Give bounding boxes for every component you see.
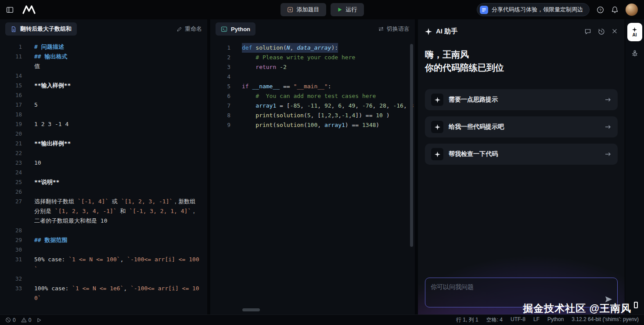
status-item[interactable]: 3.12.2 64-bit ('shims': pyenv) (572, 316, 639, 324)
problem-line[interactable]: 28 (0, 226, 207, 235)
problem-line[interactable]: 32 (0, 274, 207, 284)
problem-line[interactable]: 1# 问题描述 (0, 42, 207, 52)
sparkle-icon (431, 94, 443, 106)
sparkle-icon (431, 148, 443, 160)
problem-line[interactable]: 29## 数据范围 (0, 235, 207, 245)
ai-assistant-panel: AI 助手 嗨，王南风 你的代码陪练已到位 需要一 (418, 19, 625, 314)
problem-line[interactable]: 175 (0, 100, 207, 110)
problem-line[interactable]: 21**输出样例** (0, 139, 207, 148)
problem-line-text: 50% case: `1 <= N <= 100`, `-100<= arr[i… (34, 255, 207, 274)
history-icon[interactable] (598, 28, 605, 35)
problem-line[interactable]: 3150% case: `1 <= N <= 100`, `-100<= arr… (0, 255, 207, 274)
ai-panel-title: AI 助手 (436, 27, 457, 36)
editor-horizontal-scrollbar[interactable] (242, 308, 260, 311)
panel-toggle-icon[interactable] (6, 6, 14, 14)
ai-assistant-button[interactable]: AI (627, 23, 642, 41)
problems-errors[interactable]: 0 (5, 317, 16, 323)
line-number: 27 (0, 197, 22, 226)
status-item[interactable]: UTF-8 (511, 316, 525, 324)
sparkle-icon (431, 121, 443, 133)
status-item[interactable]: 空格: 4 (486, 316, 503, 324)
warning-count: 0 (29, 317, 32, 323)
problem-line[interactable]: 15**输入样例** (0, 81, 207, 90)
status-item[interactable]: Python (547, 316, 564, 324)
problem-line-text: 5 (34, 100, 44, 110)
run-label: 运行 (346, 6, 357, 14)
line-number: 23 (0, 158, 22, 168)
code-line[interactable]: 1def solution(N, data_array): (210, 43, 415, 53)
promo-badge[interactable]: 分享代码练习体验，领限量定制周边 (477, 3, 590, 16)
status-bar-right: 行 1, 列 1空格: 4UTF-8LFPython3.12.2 64-bit … (456, 316, 639, 324)
status-item[interactable]: LF (533, 316, 540, 324)
error-icon (5, 317, 11, 323)
topbar-center: 添加题目 运行 (281, 3, 364, 16)
problem-line[interactable]: 30 (0, 245, 207, 255)
problem-line[interactable]: 33100% case: `1 <= N <= 1e6`, `-100<= ar… (0, 284, 207, 303)
rename-button[interactable]: 重命名 (176, 25, 202, 33)
bell-icon[interactable] (611, 6, 619, 14)
line-number: 26 (0, 187, 22, 197)
logo (22, 5, 36, 14)
problem-line[interactable]: 11## 输出格式 (0, 52, 207, 61)
code-line-text: return -2 (242, 62, 287, 72)
promo-label: 分享代码练习体验，领限量定制周边 (492, 6, 583, 14)
code-line[interactable]: 4 (210, 72, 415, 82)
code-line[interactable]: 5if __name__ == "__main__": (210, 82, 415, 91)
code-line[interactable]: 7 array1 = [-85, -11, 92, 6, 49, -76, 28… (210, 101, 415, 111)
suggestion-card[interactable]: 给我一些代码提示吧 (425, 116, 618, 137)
code-line-text: # You can add more test cases here (242, 91, 376, 101)
problem-panel-header: 翻转后最大子数组和 重命名 (0, 19, 207, 39)
problem-line[interactable]: 值 (0, 61, 207, 71)
code-line[interactable]: 6 # You can add more test cases here (210, 91, 415, 101)
switch-language-button[interactable]: 切换语言 (378, 25, 410, 33)
problem-line-text: **输出样例** (34, 139, 77, 148)
problem-line[interactable]: 24 (0, 168, 207, 177)
suggestion-label: 帮我检查一下代码 (449, 150, 599, 158)
code-line-text: # Please write your code here (242, 53, 355, 62)
problem-line[interactable]: 25**说明** (0, 177, 207, 187)
problems-warnings[interactable]: 0 (21, 317, 32, 323)
code-line[interactable]: 2 # Please write your code here (210, 53, 415, 62)
watermark-text: 掘金技术社区 @王南风 (523, 302, 631, 315)
ai-greeting-line1: 嗨，王南风 (425, 48, 618, 61)
suggestion-card[interactable]: 需要一点思路提示 (425, 89, 618, 110)
problem-line[interactable]: 18 (0, 110, 207, 119)
problem-line[interactable]: 27选择翻转子数组 `[-1, 4]` 或 `[1, 2, 3, -1]`，新数… (0, 197, 207, 226)
suggestion-card[interactable]: 帮我检查一下代码 (425, 144, 618, 165)
problem-line[interactable]: 22 (0, 148, 207, 158)
close-icon[interactable] (612, 28, 618, 35)
problem-line[interactable]: 20 (0, 129, 207, 139)
line-number: 3 (210, 62, 230, 72)
code-line-text: def solution(N, data_array): (242, 43, 338, 53)
ai-button-label: AI (633, 33, 637, 37)
run-status-icon[interactable] (36, 318, 42, 323)
problem-line-text: **说明** (34, 177, 65, 187)
problem-line[interactable]: 2310 (0, 158, 207, 168)
code-line[interactable]: 9 print(solution(100, array1) == 1348) (210, 120, 415, 130)
topbar-right: 分享代码练习体验，领限量定制周边 ? (477, 3, 638, 16)
run-button[interactable]: 运行 (331, 3, 364, 16)
problem-line[interactable]: 191 2 3 -1 4 (0, 119, 207, 129)
code-editor[interactable]: 1def solution(N, data_array):2 # Please … (210, 39, 415, 314)
status-item[interactable]: 行 1, 列 1 (456, 316, 479, 324)
code-line[interactable]: 8 print(solution(5, [1,2,3,-1,4]) == 10 … (210, 111, 415, 120)
code-line[interactable]: 3 return -2 (210, 62, 415, 72)
add-question-button[interactable]: 添加题目 (281, 3, 326, 16)
problem-title-tab[interactable]: 翻转后最大子数组和 (5, 22, 77, 36)
problem-line[interactable]: 14 (0, 71, 207, 81)
line-number: 11 (0, 52, 22, 61)
problem-editor[interactable]: 1# 问题描述11## 输出格式值1415**输入样例**1617518191 … (0, 39, 207, 303)
warning-icon (21, 317, 27, 323)
bug-icon[interactable] (631, 49, 639, 57)
problem-line[interactable]: 16 (0, 90, 207, 100)
editor-vertical-scrollbar[interactable] (410, 44, 413, 247)
problem-panel: 翻转后最大子数组和 重命名 1# 问题描述11## 输出格式值1415**输入样… (0, 19, 207, 314)
line-number: 20 (0, 129, 22, 139)
line-number: 17 (0, 100, 22, 110)
problem-title: 翻转后最大子数组和 (20, 25, 72, 33)
language-tab-python[interactable]: Python (216, 22, 255, 36)
problem-line[interactable]: 26 (0, 187, 207, 197)
user-avatar[interactable] (626, 4, 638, 16)
help-icon[interactable]: ? (597, 6, 604, 14)
new-chat-icon[interactable] (584, 28, 591, 35)
